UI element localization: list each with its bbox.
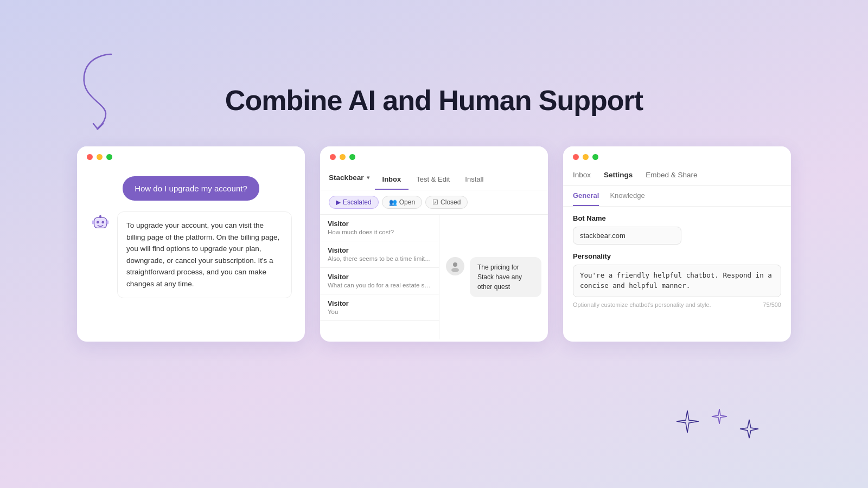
message-sender: Visitor (328, 247, 431, 254)
message-item[interactable]: Visitor You (320, 294, 439, 321)
bot-avatar (90, 211, 111, 232)
settings-card-body: Inbox Settings Embed & Share General Kno… (563, 165, 791, 317)
escalated-label: Escalated (343, 198, 372, 206)
bot-name-input[interactable] (573, 227, 681, 245)
closed-icon: ☑ (432, 198, 438, 206)
bot-response-text: To upgrade your account, you can visit t… (117, 211, 292, 298)
traffic-light-yellow (583, 154, 589, 160)
page-headline: Combine AI and Human Support (0, 84, 868, 117)
settings-tab-embed-share[interactable]: Embed & Share (646, 171, 697, 185)
svg-point-2 (101, 221, 104, 224)
settings-subtab-knowledge[interactable]: Knowledge (610, 191, 644, 206)
svg-rect-5 (92, 220, 94, 224)
inbox-filters-bar: ▶ Escalated 👥 Open ☑ Closed (320, 190, 548, 215)
personality-hint: Optionally customize chatbot's personali… (573, 301, 711, 308)
filter-escalated[interactable]: ▶ Escalated (329, 196, 379, 209)
settings-form: Bot Name Personality Optionally customiz… (563, 207, 791, 317)
chat-detail-panel: The pricing for Stack have any other que… (439, 215, 548, 339)
chat-panel-message: The pricing for Stack have any other que… (446, 257, 541, 297)
brand-dropdown-arrow: ▾ (367, 175, 369, 181)
message-item[interactable]: Visitor What can you do for a real estat… (320, 268, 439, 294)
message-preview: What can you do for a real estate site? (328, 282, 431, 288)
closed-label: Closed (441, 198, 461, 206)
traffic-light-green (106, 154, 112, 160)
escalated-icon: ▶ (336, 198, 341, 206)
card1-header (77, 146, 305, 165)
settings-tab-inbox[interactable]: Inbox (573, 171, 591, 185)
message-sender: Visitor (328, 220, 431, 228)
tab-test-edit[interactable]: Test & Edit (409, 171, 457, 190)
card2-header (320, 146, 548, 165)
traffic-light-red (87, 154, 93, 160)
message-preview: Also, there seems to be a time limit on … (328, 255, 431, 262)
filter-closed[interactable]: ☑ Closed (425, 196, 468, 209)
chat-panel-bubble: The pricing for Stack have any other que… (470, 257, 541, 297)
svg-point-8 (451, 268, 459, 272)
tab-inbox[interactable]: Inbox (375, 171, 409, 190)
traffic-light-yellow (340, 154, 346, 160)
message-list: Visitor How much does it cost? Visitor A… (320, 215, 439, 339)
message-item[interactable]: Visitor How much does it cost? (320, 215, 439, 241)
inbox-messages-panel: Visitor How much does it cost? Visitor A… (320, 215, 548, 339)
svg-point-7 (453, 262, 457, 267)
cards-container: How do I upgrade my account? To upgrade … (0, 146, 868, 342)
card3-header (563, 146, 791, 165)
user-chat-bubble: How do I upgrade my account? (123, 176, 259, 201)
form-hint-row: Optionally customize chatbot's personali… (573, 301, 781, 308)
inbox-brand[interactable]: Stackbear ▾ (329, 174, 369, 187)
svg-point-1 (97, 221, 99, 224)
message-item[interactable]: Visitor Also, there seems to be a time l… (320, 241, 439, 268)
settings-tabs-bar: Inbox Settings Embed & Share (563, 165, 791, 186)
chat-card-body: How do I upgrade my account? To upgrade … (77, 165, 305, 313)
agent-avatar (446, 257, 464, 275)
traffic-light-red (330, 154, 336, 160)
message-sender: Visitor (328, 300, 431, 307)
sparkle-decorations (675, 408, 760, 445)
settings-subtab-general[interactable]: General (573, 191, 599, 206)
chat-card: How do I upgrade my account? To upgrade … (77, 146, 305, 342)
inbox-tabs-bar: Stackbear ▾ Inbox Test & Edit Install (320, 165, 548, 190)
traffic-light-green (349, 154, 355, 160)
brand-name: Stackbear (329, 174, 364, 182)
settings-card: Inbox Settings Embed & Share General Kno… (563, 146, 791, 342)
message-preview: You (328, 309, 431, 315)
settings-subtabs-bar: General Knowledge (563, 186, 791, 207)
traffic-light-red (573, 154, 579, 160)
personality-count: 75/500 (763, 301, 781, 308)
inbox-card: Stackbear ▾ Inbox Test & Edit Install ▶ … (320, 146, 548, 342)
personality-label: Personality (573, 252, 781, 260)
bot-name-label: Bot Name (573, 214, 781, 222)
tab-install[interactable]: Install (457, 171, 491, 190)
message-sender: Visitor (328, 273, 431, 281)
settings-tab-settings[interactable]: Settings (604, 171, 633, 185)
filter-open[interactable]: 👥 Open (382, 196, 422, 209)
personality-textarea[interactable] (573, 265, 781, 297)
message-preview: How much does it cost? (328, 229, 431, 235)
bot-response-row: To upgrade your account, you can visit t… (90, 211, 292, 298)
open-icon: 👥 (389, 198, 397, 206)
open-label: Open (399, 198, 415, 206)
traffic-light-yellow (97, 154, 103, 160)
inbox-card-body: Stackbear ▾ Inbox Test & Edit Install ▶ … (320, 165, 548, 339)
traffic-light-green (592, 154, 598, 160)
svg-rect-6 (106, 220, 108, 224)
